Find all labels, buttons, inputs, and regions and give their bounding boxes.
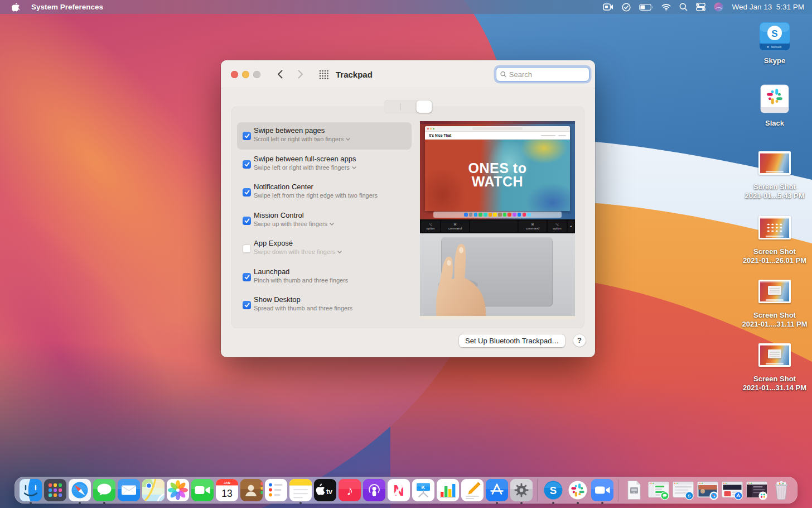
close-button[interactable]	[231, 71, 238, 78]
news-icon: N	[388, 479, 410, 501]
dock-item-launchpad[interactable]	[44, 479, 66, 504]
desktop-icon-art	[758, 145, 791, 181]
gesture-row[interactable]: Mission Control Swipe up with three fing…	[237, 207, 412, 234]
search-field[interactable]	[496, 67, 589, 82]
gesture-row[interactable]: Notification Center Swipe left from the …	[237, 179, 412, 206]
dock-item-min-messages[interactable]	[647, 479, 670, 504]
dock-item-notes[interactable]	[289, 479, 312, 504]
search-input[interactable]	[509, 70, 585, 79]
dock-item-calendar[interactable]: JAN13	[216, 479, 238, 504]
dock-item-facetime[interactable]	[191, 479, 214, 504]
demo-site-name: It's Nice That	[429, 133, 451, 137]
desktop-icon-label: Screen Shot	[743, 375, 806, 384]
dock-item-min-skype[interactable]: S	[672, 479, 694, 504]
gesture-checkbox[interactable]	[243, 217, 251, 225]
desktop-icon-screen-shot-4[interactable]: Screen Shot 2021-01....31.11 PM	[740, 274, 809, 329]
gestures-tab-bar	[384, 100, 432, 113]
zoom-button[interactable]	[253, 71, 260, 78]
gesture-row[interactable]: Show Desktop Spread with thumb and three…	[237, 291, 412, 319]
minimize-button[interactable]	[242, 71, 249, 78]
gesture-checkbox[interactable]	[243, 245, 251, 253]
desktop-icon-art: SMicrosoft	[757, 19, 792, 55]
desktop-icon-skype[interactable]: SMicrosoft Skype	[740, 19, 809, 65]
back-button[interactable]	[273, 68, 287, 80]
gesture-subtitle: Scroll left or right with two fingers	[254, 136, 344, 142]
tab-point-click[interactable]	[384, 100, 400, 113]
dock-item-pages[interactable]	[461, 479, 484, 504]
menubar-clock[interactable]: Wed Jan 13 5:31 PM	[732, 3, 804, 11]
setup-bluetooth-trackpad-button[interactable]: Set Up Bluetooth Trackpad…	[459, 334, 565, 347]
dock-item-finder[interactable]	[20, 479, 42, 504]
desktop-icon-screen-shot-2[interactable]: Screen Shot 2021-01...5.43 PM	[740, 145, 809, 200]
video-camera-icon[interactable]	[603, 3, 613, 11]
desktop-icon-screen-shot-3[interactable]: Screen Shot 2021-01...26.01 PM	[740, 210, 809, 265]
dock-item-trash[interactable]	[770, 479, 792, 504]
gesture-checkbox[interactable]	[243, 160, 251, 169]
running-indicator	[601, 502, 603, 504]
dock-item-news[interactable]: N	[388, 479, 410, 504]
menu-bar: System Preferences Wed Jan 13 5:31 PM	[0, 0, 812, 14]
dock-item-keynote[interactable]: K	[412, 479, 434, 504]
chevron-down-icon[interactable]	[330, 223, 334, 226]
dock-item-numbers[interactable]	[437, 479, 459, 504]
dock-item-sysprefs[interactable]	[510, 479, 533, 504]
gesture-checkbox[interactable]	[243, 273, 251, 281]
desktop-icon-label: Screen Shot	[745, 183, 805, 191]
slack-icon	[567, 479, 589, 501]
dock-item-messages[interactable]	[93, 479, 115, 504]
dock-item-contacts[interactable]	[240, 479, 263, 504]
dock-item-min-doc[interactable]	[623, 479, 645, 504]
menubar-app-menu[interactable]: System Preferences	[31, 3, 103, 11]
chevron-down-icon[interactable]	[337, 251, 342, 253]
gesture-row[interactable]: App Exposé Swipe down with three fingers	[237, 235, 412, 262]
appletv-icon: tv	[314, 479, 336, 501]
battery-icon[interactable]	[639, 4, 653, 11]
dock-item-appletv[interactable]: tv	[314, 479, 336, 504]
dock-item-skype[interactable]: S	[542, 479, 564, 504]
gesture-row[interactable]: Swipe between pages Scroll left or right…	[237, 122, 412, 150]
checkmark-circle-icon[interactable]	[622, 3, 631, 12]
gestures-panel: Swipe between pages Scroll left or right…	[231, 107, 584, 328]
dock-item-reminders[interactable]	[265, 479, 287, 504]
help-button[interactable]: ?	[573, 334, 586, 347]
dock-item-photos[interactable]	[167, 479, 189, 504]
dock-item-safari[interactable]	[69, 479, 91, 504]
chevron-down-icon[interactable]	[352, 166, 356, 169]
user-avatar-icon[interactable]	[714, 2, 723, 12]
facetime-icon	[191, 479, 214, 501]
trash-icon	[770, 479, 792, 501]
spotlight-icon[interactable]	[679, 3, 688, 11]
dock-item-min-slack[interactable]	[746, 479, 768, 504]
forward-button[interactable]	[294, 68, 307, 80]
desktop-icon-screen-shot-5[interactable]: Screen Shot 2021-01...31.14 PM	[740, 337, 809, 392]
gesture-row[interactable]: Swipe between full-screen apps Swipe lef…	[237, 151, 412, 178]
window-titlebar[interactable]: Trackpad	[221, 60, 595, 88]
gesture-checkbox[interactable]	[243, 132, 251, 140]
dock-item-min-appstore[interactable]	[721, 479, 743, 504]
min-messages-icon	[647, 479, 670, 501]
control-center-icon[interactable]	[696, 3, 705, 11]
desktop-icon-label: Slack	[765, 119, 784, 128]
desktop-icon-label: Screen Shot	[743, 247, 806, 256]
dock-item-zoomapp[interactable]	[591, 479, 613, 504]
dock-item-min-safari[interactable]	[697, 479, 719, 504]
dock-item-slack[interactable]	[567, 479, 589, 504]
wifi-icon[interactable]	[661, 3, 671, 11]
gesture-row[interactable]: Launchpad Pinch with thumb and three fin…	[237, 263, 412, 291]
gesture-subtitle: Swipe left from the right edge with two …	[254, 192, 378, 199]
gesture-title: Swipe between full-screen apps	[254, 155, 356, 163]
dock-item-podcasts[interactable]	[363, 479, 385, 504]
dock-item-music[interactable]: ♪	[339, 479, 361, 504]
tab-scroll-zoom[interactable]	[400, 100, 416, 113]
desktop-icon-slack[interactable]: Slack	[740, 82, 809, 128]
gesture-checkbox[interactable]	[243, 188, 251, 197]
gesture-checkbox[interactable]	[243, 301, 251, 309]
dock-item-appstore[interactable]	[486, 479, 508, 504]
dock-item-maps[interactable]	[142, 479, 165, 504]
chevron-down-icon[interactable]	[346, 138, 350, 141]
dock-item-mail[interactable]	[118, 479, 140, 504]
show-all-grid-icon[interactable]	[317, 69, 330, 79]
tab-more-gestures[interactable]	[416, 100, 432, 113]
apple-menu-icon[interactable]	[12, 2, 21, 12]
demo-table-surface	[420, 316, 575, 319]
